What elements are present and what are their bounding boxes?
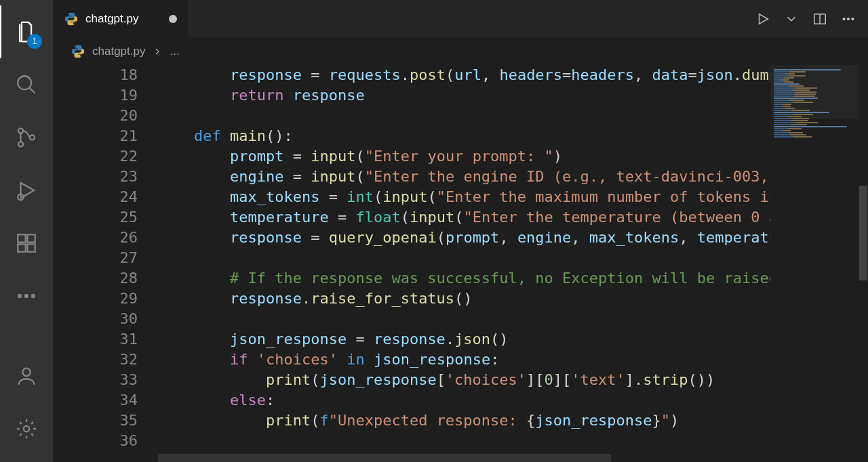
line-number: 22 bbox=[53, 146, 158, 167]
line-number: 18 bbox=[53, 65, 158, 85]
breadcrumb-file: chatgpt.py bbox=[92, 45, 145, 58]
code-content: else: bbox=[158, 390, 275, 411]
extensions-icon[interactable] bbox=[0, 217, 53, 270]
code-line[interactable]: 19 return response bbox=[53, 85, 770, 106]
code-line[interactable]: 28 # If the response was successful, no … bbox=[53, 268, 770, 289]
svg-point-3 bbox=[30, 135, 35, 140]
more-icon[interactable] bbox=[0, 270, 53, 322]
python-file-icon bbox=[71, 44, 85, 59]
line-number: 21 bbox=[53, 126, 158, 146]
horizontal-scrollbar[interactable] bbox=[158, 454, 673, 462]
run-dropdown-icon[interactable] bbox=[778, 6, 804, 32]
accounts-icon[interactable] bbox=[0, 350, 53, 402]
code-line[interactable]: 22 prompt = input("Enter your prompt: ") bbox=[53, 146, 770, 167]
breadcrumb-rest: ... bbox=[170, 45, 179, 58]
svg-point-9 bbox=[18, 295, 21, 297]
more-actions-icon[interactable] bbox=[835, 6, 861, 32]
python-file-icon bbox=[64, 12, 79, 26]
tab-bar: chatgpt.py bbox=[53, 0, 868, 38]
tab-chatgpt[interactable]: chatgpt.py bbox=[53, 0, 189, 37]
line-number: 33 bbox=[53, 370, 158, 390]
code-line[interactable]: 29 response.raise_for_status() bbox=[53, 289, 770, 309]
run-file-icon[interactable] bbox=[750, 6, 776, 32]
code-content: max_tokens = int(input("Enter the maximu… bbox=[158, 187, 770, 207]
svg-point-12 bbox=[22, 369, 30, 376]
code-content: engine = input("Enter the engine ID (e.g… bbox=[158, 167, 770, 187]
code-content: json_response = response.json() bbox=[158, 329, 509, 350]
editor-area: chatgpt.py chatgpt.py ... 18 response = … bbox=[53, 0, 868, 462]
line-number: 30 bbox=[53, 309, 158, 329]
line-number: 35 bbox=[53, 411, 158, 431]
minimap[interactable] bbox=[770, 65, 859, 462]
run-debug-icon[interactable] bbox=[0, 164, 53, 217]
line-number: 36 bbox=[53, 431, 158, 451]
svg-point-0 bbox=[18, 76, 31, 89]
search-icon[interactable] bbox=[0, 58, 53, 111]
code-content: return response bbox=[158, 85, 365, 106]
svg-point-10 bbox=[25, 295, 28, 297]
code-line[interactable]: 31 json_response = response.json() bbox=[53, 329, 770, 350]
code-content: def main(): bbox=[158, 126, 293, 146]
code-line[interactable]: 21 def main(): bbox=[53, 126, 770, 146]
code-line[interactable]: 32 if 'choices' in json_response: bbox=[53, 350, 770, 370]
code-editor[interactable]: 18 response = requests.post(url, headers… bbox=[53, 65, 770, 462]
breadcrumb[interactable]: chatgpt.py ... bbox=[53, 38, 868, 65]
chevron-right-icon bbox=[152, 46, 163, 57]
code-content: temperature = float(input("Enter the tem… bbox=[158, 207, 770, 228]
line-number: 23 bbox=[53, 167, 158, 187]
line-number: 28 bbox=[53, 268, 158, 289]
code-line[interactable]: 23 engine = input("Enter the engine ID (… bbox=[53, 167, 770, 187]
svg-point-17 bbox=[852, 18, 854, 20]
svg-rect-8 bbox=[27, 234, 35, 242]
svg-point-13 bbox=[24, 426, 30, 432]
svg-rect-5 bbox=[18, 234, 25, 242]
line-number: 27 bbox=[53, 248, 158, 268]
code-content: prompt = input("Enter your prompt: ") bbox=[158, 146, 562, 167]
svg-point-15 bbox=[843, 18, 845, 20]
code-line[interactable]: 30 bbox=[53, 309, 770, 329]
code-line[interactable]: 18 response = requests.post(url, headers… bbox=[53, 65, 770, 85]
code-content: # If the response was successful, no Exc… bbox=[158, 268, 770, 289]
line-number: 19 bbox=[53, 85, 158, 106]
code-content: if 'choices' in json_response: bbox=[158, 350, 499, 370]
vertical-scrollbar[interactable] bbox=[859, 65, 868, 462]
code-content: response = requests.post(url, headers=he… bbox=[158, 65, 770, 85]
source-control-icon[interactable] bbox=[0, 111, 53, 164]
line-number: 24 bbox=[53, 187, 158, 207]
svg-point-2 bbox=[18, 142, 23, 146]
line-number: 32 bbox=[53, 350, 158, 370]
svg-point-16 bbox=[848, 18, 850, 20]
code-line[interactable]: 36 bbox=[53, 431, 770, 451]
settings-icon[interactable] bbox=[0, 402, 53, 455]
code-line[interactable]: 25 temperature = float(input("Enter the … bbox=[53, 207, 770, 228]
code-line[interactable]: 34 else: bbox=[53, 390, 770, 411]
explorer-icon[interactable]: 1 bbox=[0, 5, 53, 58]
code-content: print(f"Unexpected response: {json_respo… bbox=[158, 411, 679, 431]
svg-rect-6 bbox=[18, 244, 25, 251]
activity-bar: 1 bbox=[0, 0, 53, 462]
svg-point-1 bbox=[18, 129, 23, 133]
line-number: 20 bbox=[53, 106, 158, 126]
code-line[interactable]: 33 print(json_response['choices'][0]['te… bbox=[53, 370, 770, 390]
tab-label: chatgpt.py bbox=[85, 12, 138, 26]
line-number: 34 bbox=[53, 390, 158, 411]
code-line[interactable]: 24 max_tokens = int(input("Enter the max… bbox=[53, 187, 770, 207]
code-line[interactable]: 27 bbox=[53, 248, 770, 268]
svg-rect-7 bbox=[27, 244, 35, 251]
line-number: 26 bbox=[53, 228, 158, 248]
code-content: print(json_response['choices'][0]['text'… bbox=[158, 370, 715, 390]
line-number: 29 bbox=[53, 289, 158, 309]
svg-point-11 bbox=[32, 295, 35, 297]
code-line[interactable]: 35 print(f"Unexpected response: {json_re… bbox=[53, 411, 770, 431]
line-number: 31 bbox=[53, 329, 158, 350]
explorer-badge: 1 bbox=[27, 34, 42, 49]
code-content: response = query_openai(prompt, engine, … bbox=[158, 228, 770, 248]
code-line[interactable]: 26 response = query_openai(prompt, engin… bbox=[53, 228, 770, 248]
tab-dirty-indicator[interactable] bbox=[169, 15, 177, 23]
split-editor-icon[interactable] bbox=[807, 6, 833, 32]
line-number: 25 bbox=[53, 207, 158, 228]
code-content: response.raise_for_status() bbox=[158, 289, 473, 309]
code-line[interactable]: 20 bbox=[53, 106, 770, 126]
